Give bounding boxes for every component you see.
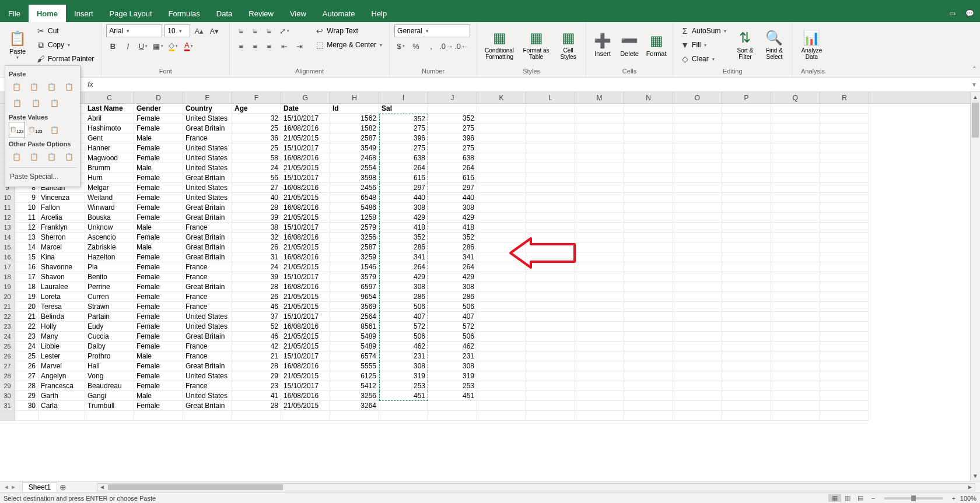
cell[interactable] (477, 173, 526, 183)
add-sheet-button[interactable]: ⊕ (57, 483, 69, 492)
cell[interactable] (722, 173, 771, 183)
cell[interactable] (820, 411, 869, 421)
cell[interactable] (428, 401, 477, 411)
cell[interactable]: Male (134, 223, 183, 233)
scroll-up-icon[interactable]: ▲ (971, 92, 980, 102)
cell[interactable] (575, 163, 624, 173)
cell[interactable] (477, 153, 526, 163)
cell[interactable]: Female (134, 233, 183, 242)
cell[interactable]: Female (134, 252, 183, 262)
menu-tab-formulas[interactable]: Formulas (160, 5, 208, 22)
cell[interactable] (477, 124, 526, 133)
menu-tab-insert[interactable]: Insert (66, 5, 102, 22)
cell[interactable] (722, 252, 771, 262)
cell[interactable]: France (183, 381, 232, 391)
cell[interactable]: 31 (232, 252, 281, 262)
cell[interactable]: 26 (232, 292, 281, 302)
cell[interactable] (624, 104, 673, 114)
cell[interactable]: 16/08/2016 (281, 183, 330, 193)
paste-special-menu[interactable]: Paste Special... (9, 170, 76, 183)
row-header[interactable]: 21 (0, 302, 15, 312)
cell[interactable]: Partain (85, 312, 134, 322)
cell[interactable] (526, 391, 575, 401)
cell[interactable] (771, 242, 820, 252)
cell[interactable] (575, 193, 624, 203)
cell[interactable] (673, 391, 722, 401)
delete-cells-button[interactable]: ➖Delete (618, 24, 641, 65)
cell[interactable]: 37 (232, 312, 281, 322)
cell[interactable]: 275 (428, 124, 477, 133)
cell[interactable]: 264 (428, 163, 477, 173)
cell-styles-button[interactable]: ▦Cell Styles (555, 24, 581, 65)
cell[interactable]: France (183, 342, 232, 351)
cell[interactable]: Hurn (85, 173, 134, 183)
cell[interactable]: 16/08/2016 (281, 282, 330, 292)
cell[interactable] (526, 312, 575, 322)
cell[interactable]: Female (134, 262, 183, 272)
cell[interactable] (526, 272, 575, 282)
cell[interactable]: 9 (15, 193, 38, 203)
cell[interactable] (722, 213, 771, 223)
cell[interactable]: 440 (428, 193, 477, 203)
cell[interactable]: Female (134, 173, 183, 183)
cell[interactable] (673, 124, 722, 133)
cell[interactable] (624, 262, 673, 272)
cell[interactable]: Hazelton (85, 252, 134, 262)
cell[interactable]: 21/05/2015 (281, 133, 330, 143)
cell[interactable] (673, 203, 722, 213)
clear-button[interactable]: ◇Clear▾ (678, 52, 729, 65)
cell[interactable] (624, 371, 673, 381)
row-header[interactable]: 30 (0, 391, 15, 401)
cell[interactable] (575, 371, 624, 381)
cell[interactable] (624, 163, 673, 173)
percent-format-icon[interactable]: % (410, 40, 422, 52)
cell[interactable]: Beaudreau (85, 381, 134, 391)
cell[interactable] (820, 252, 869, 262)
cell[interactable]: 264 (428, 262, 477, 272)
cell[interactable] (771, 391, 820, 401)
cell[interactable] (477, 361, 526, 371)
copy-button[interactable]: ⧉Copy▾ (34, 38, 96, 51)
cell[interactable]: 42 (232, 342, 281, 351)
cell[interactable]: Trumbull (85, 401, 134, 411)
cell[interactable] (526, 183, 575, 193)
comma-format-icon[interactable]: , (425, 40, 438, 52)
column-header-G[interactable]: G (281, 92, 330, 103)
cell[interactable]: 506 (379, 332, 428, 342)
row-header[interactable]: 24 (0, 332, 15, 342)
font-size-select[interactable]: 10▾ (164, 24, 190, 37)
cell[interactable]: 6574 (330, 351, 379, 361)
cell[interactable] (673, 401, 722, 411)
cell[interactable]: 308 (379, 361, 428, 371)
cell[interactable] (575, 124, 624, 133)
cell[interactable] (526, 361, 575, 371)
cell[interactable]: 319 (428, 371, 477, 381)
cell[interactable] (771, 163, 820, 173)
cell[interactable] (575, 401, 624, 411)
cell[interactable]: 3256 (330, 233, 379, 242)
cell[interactable]: 39 (232, 272, 281, 282)
sort-filter-button[interactable]: ⇅Sort & Filter (732, 24, 758, 65)
cell[interactable]: 26 (232, 242, 281, 252)
cell[interactable] (673, 322, 722, 332)
cell[interactable] (575, 213, 624, 223)
cell[interactable]: 407 (428, 312, 477, 322)
row-header[interactable]: 27 (0, 361, 15, 371)
analyze-data-button[interactable]: 📊Analyze Data (797, 24, 826, 65)
sheet-tab[interactable]: Sheet1 (22, 482, 57, 492)
column-header-L[interactable]: L (526, 92, 575, 103)
cell[interactable]: 15/10/2017 (281, 143, 330, 153)
align-bottom-icon[interactable]: ≡ (262, 24, 275, 37)
cell[interactable] (722, 371, 771, 381)
cell[interactable] (624, 351, 673, 361)
cell[interactable]: United States (183, 391, 232, 401)
cell[interactable]: Great Britain (183, 242, 232, 252)
cell[interactable]: 462 (428, 342, 477, 351)
cell[interactable] (575, 133, 624, 143)
cell[interactable]: 616 (428, 173, 477, 183)
paste-keep-widths-icon[interactable]: 📋 (27, 95, 44, 111)
page-layout-view-icon[interactable]: ▥ (841, 494, 854, 502)
cell[interactable]: 6597 (330, 282, 379, 292)
cell[interactable]: 308 (379, 203, 428, 213)
cell[interactable] (575, 342, 624, 351)
